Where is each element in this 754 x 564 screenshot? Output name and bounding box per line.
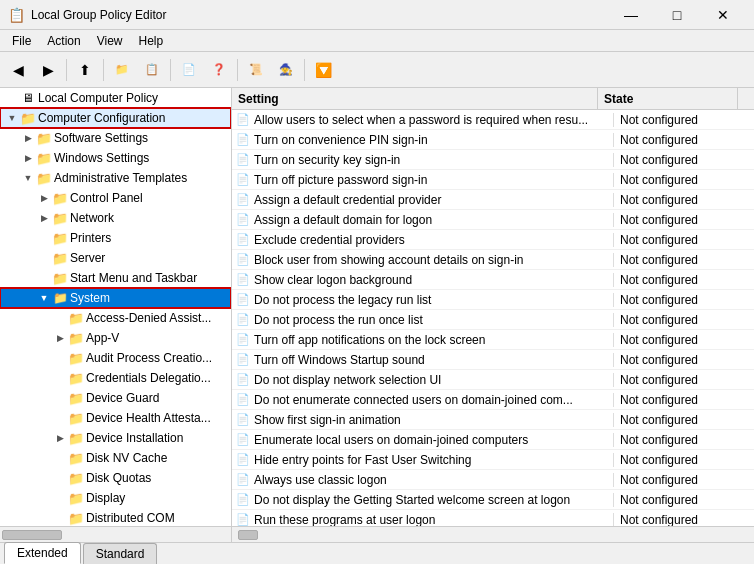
- tree-item-windows-settings[interactable]: ▶ 📁 Windows Settings: [0, 148, 231, 168]
- list-item[interactable]: 📄 Do not display the Getting Started wel…: [232, 490, 754, 510]
- list-item[interactable]: 📄 Show first sign-in animation Not confi…: [232, 410, 754, 430]
- toggle-icon: [52, 450, 68, 466]
- right-hscroll[interactable]: [232, 527, 754, 542]
- list-item[interactable]: 📄 Turn off Windows Startup sound Not con…: [232, 350, 754, 370]
- list-item[interactable]: 📄 Do not enumerate connected users on do…: [232, 390, 754, 410]
- list-item[interactable]: 📄 Assign a default domain for logon Not …: [232, 210, 754, 230]
- setting-text: Do not display network selection UI: [254, 373, 441, 387]
- tab-standard[interactable]: Standard: [83, 543, 158, 564]
- doc-icon: 📄: [236, 393, 250, 406]
- tree-label: System: [70, 291, 110, 305]
- toggle-icon: ▶: [52, 430, 68, 446]
- right-header: Setting State: [232, 88, 754, 110]
- wizard-button[interactable]: 🧙: [272, 56, 300, 84]
- tree-item-audit-process[interactable]: 📁 Audit Process Creatio...: [0, 348, 231, 368]
- show-hide-button[interactable]: 📁: [108, 56, 136, 84]
- tree-item-credentials[interactable]: 📁 Credentials Delegatio...: [0, 368, 231, 388]
- script-button[interactable]: 📜: [242, 56, 270, 84]
- menu-help[interactable]: Help: [131, 32, 172, 50]
- titlebar-right: — □ ✕: [608, 0, 746, 30]
- close-button[interactable]: ✕: [700, 0, 746, 30]
- tree-item-access-denied[interactable]: 📁 Access-Denied Assist...: [0, 308, 231, 328]
- tree-item-device-guard[interactable]: 📁 Device Guard: [0, 388, 231, 408]
- back-button[interactable]: ◀: [4, 56, 32, 84]
- folder-icon: 📁: [52, 210, 68, 226]
- col-header-state[interactable]: State: [598, 88, 738, 109]
- tree-item-distributed-com[interactable]: 📁 Distributed COM: [0, 508, 231, 526]
- col-header-setting[interactable]: Setting: [232, 88, 598, 109]
- up-button[interactable]: ⬆: [71, 56, 99, 84]
- maximize-button[interactable]: □: [654, 0, 700, 30]
- tree-item-software-settings[interactable]: ▶ 📁 Software Settings: [0, 128, 231, 148]
- new-window-button[interactable]: 📄: [175, 56, 203, 84]
- menu-file[interactable]: File: [4, 32, 39, 50]
- tree-label: Computer Configuration: [38, 111, 165, 125]
- folder-icon: 📁: [68, 510, 84, 526]
- tree-label: Device Guard: [86, 391, 159, 405]
- list-item[interactable]: 📄 Run these programs at user logon Not c…: [232, 510, 754, 526]
- tree-item-device-health[interactable]: 📁 Device Health Attesta...: [0, 408, 231, 428]
- hscroll-thumb[interactable]: [2, 530, 62, 540]
- content-wrapper: 🖥 Local Computer Policy ▼ 📁 Computer Con…: [0, 88, 754, 564]
- tree-item-system[interactable]: ▼ 📁 System: [0, 288, 231, 308]
- doc-icon: 📄: [236, 273, 250, 286]
- left-hscroll[interactable]: [0, 527, 232, 542]
- list-item[interactable]: 📄 Do not process the legacy run list Not…: [232, 290, 754, 310]
- tree-item-disk-nv[interactable]: 📁 Disk NV Cache: [0, 448, 231, 468]
- tree-label: App-V: [86, 331, 119, 345]
- tree-item-control-panel[interactable]: ▶ 📁 Control Panel: [0, 188, 231, 208]
- menu-view[interactable]: View: [89, 32, 131, 50]
- toggle-icon: [52, 470, 68, 486]
- tree-item-display[interactable]: 📁 Display: [0, 488, 231, 508]
- tree-item-printers[interactable]: 📁 Printers: [0, 228, 231, 248]
- state-text: Not configured: [614, 253, 754, 267]
- list-item[interactable]: 📄 Exclude credential providers Not confi…: [232, 230, 754, 250]
- tree-item-network[interactable]: ▶ 📁 Network: [0, 208, 231, 228]
- minimize-button[interactable]: —: [608, 0, 654, 30]
- toggle-icon: [52, 350, 68, 366]
- setting-text: Do not enumerate connected users on doma…: [254, 393, 573, 407]
- state-text: Not configured: [614, 153, 754, 167]
- panels-wrapper: 🖥 Local Computer Policy ▼ 📁 Computer Con…: [0, 88, 754, 526]
- toolbar: ◀ ▶ ⬆ 📁 📋 📄 ❓ 📜 🧙 🔽: [0, 52, 754, 88]
- tree-item-server[interactable]: 📁 Server: [0, 248, 231, 268]
- list-item[interactable]: 📄 Enumerate local users on domain-joined…: [232, 430, 754, 450]
- toggle-icon: [36, 230, 52, 246]
- tree-label: Server: [70, 251, 105, 265]
- tree-label: Control Panel: [70, 191, 143, 205]
- help-button[interactable]: ❓: [205, 56, 233, 84]
- state-text: Not configured: [614, 113, 754, 127]
- list-item[interactable]: 📄 Do not process the run once list Not c…: [232, 310, 754, 330]
- list-item[interactable]: 📄 Always use classic logon Not configure…: [232, 470, 754, 490]
- filter-button[interactable]: 🔽: [309, 56, 337, 84]
- forward-button[interactable]: ▶: [34, 56, 62, 84]
- tree-item-app-v[interactable]: ▶ 📁 App-V: [0, 328, 231, 348]
- list-item[interactable]: 📄 Assign a default credential provider N…: [232, 190, 754, 210]
- tree-item-computer-config[interactable]: ▼ 📁 Computer Configuration: [0, 108, 231, 128]
- menu-action[interactable]: Action: [39, 32, 88, 50]
- properties-button[interactable]: 📋: [138, 56, 166, 84]
- list-item[interactable]: 📄 Allow users to select when a password …: [232, 110, 754, 130]
- folder-icon: 📁: [52, 230, 68, 246]
- tab-extended[interactable]: Extended: [4, 542, 81, 564]
- tree-item-admin-templates[interactable]: ▼ 📁 Administrative Templates: [0, 168, 231, 188]
- hscroll-thumb[interactable]: [238, 530, 258, 540]
- list-item[interactable]: 📄 Turn on security key sign-in Not confi…: [232, 150, 754, 170]
- list-item[interactable]: 📄 Do not display network selection UI No…: [232, 370, 754, 390]
- tree-item-device-install[interactable]: ▶ 📁 Device Installation: [0, 428, 231, 448]
- toggle-icon: [52, 310, 68, 326]
- list-item[interactable]: 📄 Show clear logon background Not config…: [232, 270, 754, 290]
- list-item[interactable]: 📄 Turn off app notifications on the lock…: [232, 330, 754, 350]
- state-text: Not configured: [614, 373, 754, 387]
- state-text: Not configured: [614, 393, 754, 407]
- state-text: Not configured: [614, 233, 754, 247]
- list-item[interactable]: 📄 Block user from showing account detail…: [232, 250, 754, 270]
- list-item[interactable]: 📄 Hide entry points for Fast User Switch…: [232, 450, 754, 470]
- toggle-icon: [52, 390, 68, 406]
- tree-item-local-computer[interactable]: 🖥 Local Computer Policy: [0, 88, 231, 108]
- list-item[interactable]: 📄 Turn off picture password sign-in Not …: [232, 170, 754, 190]
- tree-item-start-menu[interactable]: 📁 Start Menu and Taskbar: [0, 268, 231, 288]
- tree-item-disk-quotas[interactable]: 📁 Disk Quotas: [0, 468, 231, 488]
- folder-icon: 📁: [52, 250, 68, 266]
- list-item[interactable]: 📄 Turn on convenience PIN sign-in Not co…: [232, 130, 754, 150]
